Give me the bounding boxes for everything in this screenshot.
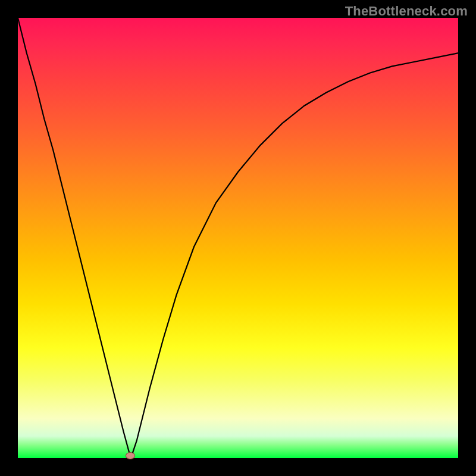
minimum-marker (126, 452, 135, 459)
bottleneck-curve (18, 18, 458, 456)
plot-area (18, 18, 458, 458)
watermark-text: TheBottleneck.com (345, 4, 468, 19)
curve-layer (18, 18, 458, 458)
chart-frame: TheBottleneck.com (0, 0, 476, 476)
